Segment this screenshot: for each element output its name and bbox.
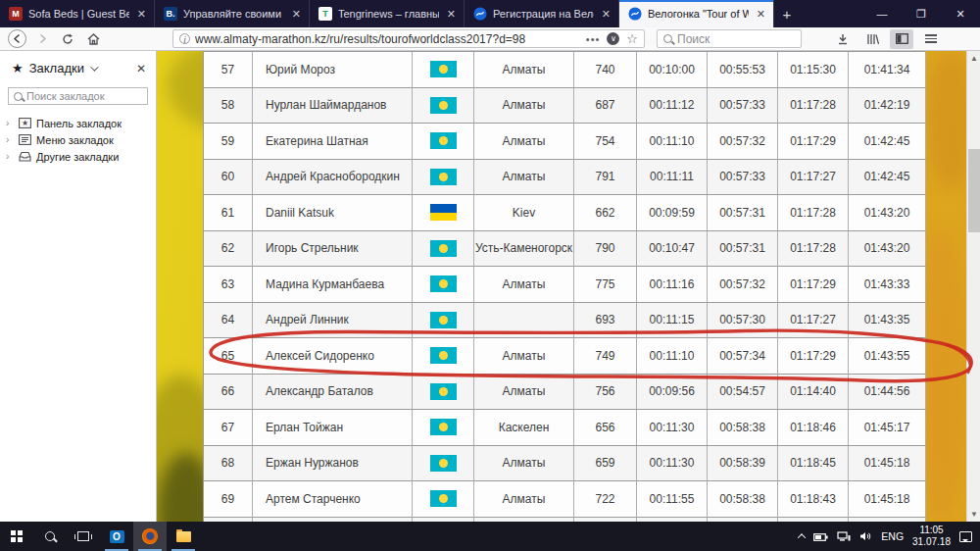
hidden-icons-chevron[interactable]	[798, 533, 806, 541]
pocket-icon[interactable]: ∨	[607, 32, 619, 45]
chevron-down-icon[interactable]	[90, 63, 98, 71]
close-tab-icon[interactable]: ✕	[290, 8, 303, 21]
action-center-icon[interactable]	[959, 531, 972, 542]
minimize-button[interactable]: —	[862, 0, 902, 27]
rank-cell: 65	[204, 338, 253, 375]
city-cell: Алматы	[474, 88, 574, 125]
windows-logo-icon	[11, 530, 23, 542]
split3-cell: 01:17:27	[778, 160, 849, 196]
flag-cell	[413, 88, 474, 125]
name-cell: Андрей Краснобородкин	[253, 160, 413, 196]
bookmark-star-icon[interactable]: ☆	[626, 31, 638, 46]
start-button[interactable]	[0, 522, 33, 551]
page-scrollbar[interactable]: ▲ ▼	[966, 51, 980, 522]
finish-time-cell: 01:43:33	[849, 267, 926, 303]
home-button[interactable]	[82, 29, 104, 49]
tab-2[interactable]: B.Управляйте своими бронир✕	[155, 0, 310, 27]
flag-cell	[413, 124, 474, 160]
split2-cell: 00:57:31	[708, 231, 778, 268]
flag-cell	[413, 303, 474, 339]
forward-button[interactable]	[31, 29, 53, 49]
clock[interactable]: 11:05 31.07.18	[912, 525, 951, 549]
tab-4[interactable]: Регистрация на Велогонка To✕	[465, 0, 619, 27]
city-cell: Алматы	[474, 52, 574, 88]
city-cell: Алматы	[474, 124, 574, 160]
maximize-button[interactable]: ❐	[902, 0, 941, 27]
flag-cell	[413, 338, 474, 375]
split3-cell: 01:18:46	[778, 410, 849, 446]
sidebar-item-2[interactable]: ›Меню закладок	[0, 131, 156, 148]
table-row-64: 64Андрей Линник69300:11:1500:57:3001:17:…	[204, 303, 925, 339]
city-cell: Каскелен	[474, 410, 574, 446]
flag-cell	[413, 52, 474, 88]
city-cell: Алматы	[474, 160, 574, 196]
menu-button[interactable]	[919, 29, 943, 49]
bib-cell: 722	[574, 481, 637, 518]
desktop-screen: MSofa Beds | Guest Beds, Conver✕B.Управл…	[0, 0, 980, 551]
page-actions-icon[interactable]: •••	[586, 33, 601, 45]
close-tab-icon[interactable]: ✕	[135, 8, 148, 21]
new-tab-button[interactable]: +	[774, 0, 800, 27]
scroll-up-icon[interactable]: ▲	[970, 55, 977, 62]
downloads-button[interactable]	[831, 29, 855, 49]
table-row-59: 59Екатерина ШатнаяАлматы75400:11:1000:57…	[204, 124, 925, 160]
speaker-icon[interactable]	[859, 531, 872, 541]
taskbar-search-button[interactable]	[33, 522, 67, 551]
battery-icon[interactable]	[813, 532, 828, 541]
close-tab-icon[interactable]: ✕	[755, 8, 767, 21]
sidebar-toggle-button[interactable]	[890, 29, 913, 49]
finish-time-cell: 01:43:20	[849, 195, 926, 231]
expander-chevron-icon[interactable]: ›	[6, 118, 13, 128]
network-icon[interactable]	[837, 531, 851, 541]
expander-chevron-icon[interactable]: ›	[6, 151, 13, 162]
url-text[interactable]: www.almaty-marathon.kz/ru/results/tourof…	[195, 32, 581, 46]
back-button[interactable]	[6, 29, 27, 49]
svg-text:★: ★	[21, 119, 27, 127]
split1-cell: 00:11:11	[637, 160, 708, 196]
rank-cell: 62	[204, 231, 253, 268]
reload-button[interactable]	[57, 29, 78, 49]
split3-cell: 01:17:29	[778, 267, 849, 303]
bookmarks-sidebar: ★ Закладки ✕ Поиск закладок ›★Панель зак…	[0, 51, 157, 522]
forward-icon	[37, 33, 48, 44]
toolbar-right-icons	[831, 29, 974, 49]
file-explorer-icon	[176, 531, 191, 542]
velogonka-logo-icon	[628, 7, 642, 21]
bookmarks-tree: ›★Панель закладок›Меню закладок›Другие з…	[0, 115, 156, 165]
expander-chevron-icon[interactable]: ›	[6, 134, 13, 145]
bookmarks-search-input[interactable]: Поиск закладок	[8, 87, 148, 105]
close-tab-icon[interactable]: ✕	[600, 8, 612, 21]
close-tab-icon[interactable]: ✕	[445, 8, 458, 21]
tab-5[interactable]: Велогонка "Tour of World Clas✕	[619, 0, 774, 27]
scrollbar-thumb[interactable]	[968, 149, 980, 232]
name-cell: Ержан Нуржанов	[253, 446, 413, 482]
search-bar[interactable]: Поиск	[657, 29, 802, 48]
task-view-button[interactable]	[67, 522, 100, 551]
split3-cell: 01:17:28	[778, 88, 849, 125]
sidebar-item-3[interactable]: ›Другие закладки	[0, 148, 156, 165]
scroll-down-icon[interactable]: ▼	[970, 511, 977, 518]
taskbar-explorer-button[interactable]	[167, 522, 200, 551]
search-placeholder: Поиск	[677, 32, 710, 46]
name-cell: Андрей Линник	[253, 303, 413, 339]
name-cell: Мадина Курманбаева	[253, 267, 413, 303]
bookmarks-search-placeholder: Поиск закладок	[26, 90, 105, 102]
sidebar-close-button[interactable]: ✕	[136, 62, 146, 75]
finish-time-cell: 01:45:18	[849, 481, 926, 518]
taskbar-firefox-button[interactable]	[133, 522, 167, 551]
system-tray: ENG 11:05 31.07.18	[799, 525, 980, 549]
window-controls: — ❐ ✕	[862, 0, 980, 27]
url-bar[interactable]: i www.almaty-marathon.kz/ru/results/tour…	[172, 29, 645, 48]
library-button[interactable]	[860, 29, 884, 49]
flag-cell	[413, 160, 474, 196]
tab-3[interactable]: TTengrinews – главный новост✕	[310, 0, 465, 27]
language-indicator[interactable]: ENG	[881, 530, 904, 542]
city-cell: Алматы	[474, 375, 574, 411]
sidebar-item-1[interactable]: ›★Панель закладок	[0, 115, 156, 131]
site-info-icon[interactable]: i	[179, 33, 190, 44]
split1-cell: 00:11:10	[637, 338, 708, 375]
taskbar-outlook-button[interactable]: O	[100, 522, 133, 551]
close-window-button[interactable]: ✕	[941, 0, 980, 27]
tab-1[interactable]: MSofa Beds | Guest Beds, Conver✕	[0, 0, 155, 27]
split1-cell: 00:10:00	[637, 52, 708, 88]
